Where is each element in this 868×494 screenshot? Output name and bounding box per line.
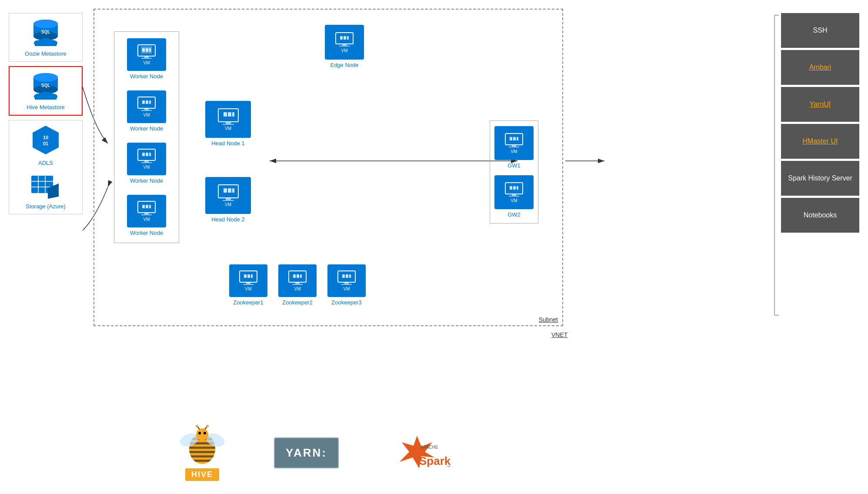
notebooks-label: Notebooks [804, 211, 837, 219]
storage-azure-icon [13, 175, 78, 200]
zk3-vm-label: VM [344, 287, 350, 291]
ambari-label: Ambari [809, 63, 831, 71]
svg-rect-21 [35, 96, 57, 100]
svg-rect-93 [293, 274, 296, 278]
zookeeper-1: VM Zookeeper1 [229, 264, 267, 306]
svg-rect-47 [149, 153, 151, 156]
svg-rect-45 [142, 153, 145, 156]
svg-rect-72 [226, 198, 231, 200]
svg-marker-22 [33, 126, 59, 154]
svg-rect-34 [141, 58, 152, 59]
ssh-button[interactable]: SSH [781, 13, 859, 48]
worker-node-4: VM Worker Node [119, 195, 174, 236]
svg-rect-41 [149, 100, 151, 104]
svg-text:10: 10 [43, 135, 48, 140]
worker-node-2: VM Worker Node [119, 90, 174, 132]
zookeeper-2-label: Zookeeper2 [278, 299, 317, 306]
svg-rect-97 [292, 284, 303, 285]
head-node-1: VM Head Node 1 [205, 101, 251, 147]
worker-node-3-label: Worker Node [119, 177, 174, 184]
vm-label-3: VM [144, 165, 150, 170]
svg-rect-84 [512, 194, 516, 196]
yarn-text: YARN: [274, 437, 339, 468]
bottom-logos: HIVE YARN: APACHE Spark ™ [174, 425, 452, 481]
svg-rect-12 [35, 42, 57, 46]
svg-text:APACHE: APACHE [421, 445, 438, 450]
svg-rect-83 [517, 186, 518, 190]
vm-label-4: VM [144, 217, 150, 222]
gw1-label: GW1 [494, 162, 534, 169]
svg-rect-52 [146, 205, 148, 208]
adls-icon: 10 01 [13, 125, 78, 157]
hmaster-label: HMaster UI [803, 137, 838, 145]
oozie-label: Oozie Metastore [13, 50, 78, 57]
oozie-sql-icon: SQL [13, 18, 78, 48]
hive-metastore-box: SQL Hive Metastore [9, 66, 83, 116]
zookeeper-1-label: Zookeeper1 [229, 299, 267, 306]
svg-rect-53 [149, 205, 151, 208]
svg-rect-75 [510, 137, 512, 140]
svg-rect-65 [232, 112, 234, 117]
svg-rect-55 [141, 214, 152, 215]
right-panel: SSH Ambari YarnUI HMaster UI Spark Histo… [781, 13, 859, 233]
notebooks-button[interactable]: Notebooks [781, 198, 859, 233]
svg-rect-82 [513, 186, 516, 190]
left-panel: SQL Oozie Metastore SQL [9, 13, 83, 214]
spark-logo: APACHE Spark ™ [382, 434, 452, 473]
svg-rect-66 [226, 122, 231, 124]
zookeeper-2: VM Zookeeper2 [278, 264, 317, 306]
svg-rect-71 [232, 188, 234, 193]
svg-rect-101 [349, 274, 351, 278]
worker-node-1: VM Worker Node [119, 38, 174, 80]
zookeeper-container: VM Zookeeper1 VM Zookeeper2 VM Zookeeper… [229, 264, 366, 306]
ambari-button[interactable]: Ambari [781, 50, 859, 85]
zk1-vm-label: VM [245, 287, 252, 291]
svg-text:SQL: SQL [41, 30, 50, 34]
hmaster-button[interactable]: HMaster UI [781, 124, 859, 159]
svg-rect-37 [149, 48, 151, 52]
svg-rect-48 [144, 160, 149, 162]
svg-point-118 [206, 425, 209, 427]
svg-point-16 [33, 73, 58, 82]
svg-rect-61 [339, 46, 350, 47]
adls-label: ADLS [13, 160, 78, 166]
svg-rect-94 [297, 274, 299, 278]
svg-rect-43 [141, 110, 152, 111]
hive-sql-icon: SQL [14, 71, 77, 101]
yarnui-button[interactable]: YarnUI [781, 87, 859, 122]
svg-rect-79 [509, 147, 519, 147]
svg-rect-42 [144, 108, 149, 110]
svg-rect-49 [141, 162, 152, 163]
svg-rect-99 [342, 274, 345, 278]
svg-rect-85 [509, 196, 519, 197]
svg-rect-57 [340, 36, 343, 40]
worker-nodes-container: VM Worker Node VM Worker Node VM Worker … [114, 31, 179, 243]
edge-node-label: Edge Node [325, 62, 364, 68]
svg-rect-87 [244, 274, 247, 278]
gw2-node: VM GW2 [494, 175, 534, 218]
worker-node-1-label: Worker Node [119, 73, 174, 80]
worker-node-4-label: Worker Node [119, 230, 174, 236]
svg-rect-78 [512, 145, 516, 147]
yarnui-label: YarnUI [810, 100, 831, 108]
spark-history-button[interactable]: Spark History Server [781, 161, 859, 196]
svg-rect-91 [243, 284, 254, 285]
svg-rect-95 [300, 274, 302, 278]
svg-rect-77 [517, 137, 518, 140]
zk2-vm-label: VM [294, 287, 301, 291]
svg-rect-90 [246, 282, 250, 284]
gw2-label: GW2 [494, 211, 534, 218]
svg-rect-36 [146, 48, 148, 52]
svg-text:Spark: Spark [419, 454, 451, 467]
svg-point-112 [196, 428, 208, 441]
svg-rect-81 [510, 186, 512, 190]
gw1-node: VM GW1 [494, 126, 534, 169]
svg-point-117 [196, 425, 198, 427]
vm-label-2: VM [144, 113, 150, 117]
svg-rect-73 [223, 200, 234, 201]
spark-history-label: Spark History Server [788, 174, 852, 182]
zookeeper-3-label: Zookeeper3 [327, 299, 366, 306]
svg-text:™: ™ [447, 465, 451, 469]
ssh-label: SSH [813, 27, 828, 34]
yarn-logo: YARN: [274, 437, 339, 468]
